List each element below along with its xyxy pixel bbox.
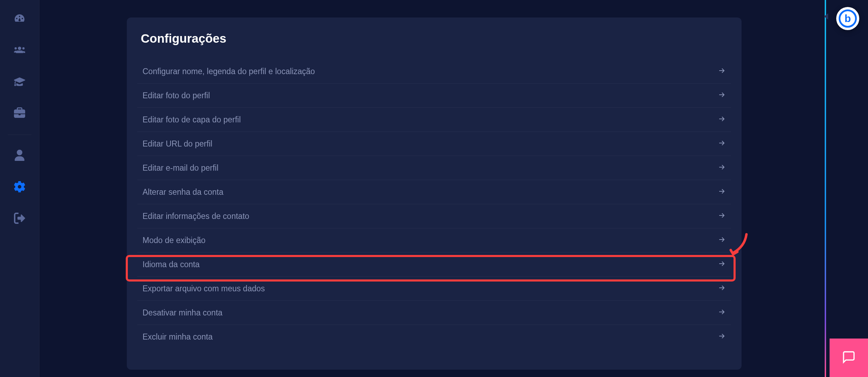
settings-label: Editar foto do perfil [143, 91, 210, 100]
settings-row-contact-info[interactable]: Editar informações de contato [137, 204, 731, 228]
settings-label: Desativar minha conta [143, 308, 223, 318]
sidebar-item-education[interactable] [13, 75, 27, 89]
chat-button[interactable] [830, 339, 868, 377]
settings-label: Excluir minha conta [143, 332, 213, 342]
settings-label: Editar URL do perfil [143, 139, 212, 149]
settings-row-cover-photo[interactable]: Editar foto de capa do perfil [137, 108, 731, 132]
brand-badge-letter: b [839, 9, 857, 28]
arrow-right-icon [717, 66, 726, 76]
settings-row-password[interactable]: Alterar senha da conta [137, 180, 731, 204]
arrow-right-icon [717, 332, 726, 342]
panel-collapse-toggle[interactable] [824, 13, 828, 20]
page-title: Configurações [137, 31, 731, 45]
arrow-right-icon [717, 91, 726, 100]
arrow-right-icon [717, 115, 726, 125]
settings-row-email[interactable]: Editar e-mail do perfil [137, 156, 731, 180]
settings-label: Editar foto de capa do perfil [143, 115, 241, 125]
brand-badge[interactable]: b [836, 7, 859, 30]
sidebar-divider [8, 135, 31, 135]
settings-row-delete[interactable]: Excluir minha conta [137, 325, 731, 349]
sidebar [0, 0, 39, 377]
arrow-right-icon [717, 211, 726, 221]
settings-label: Configurar nome, legenda do perfil e loc… [143, 67, 315, 76]
arrow-right-icon [717, 235, 726, 245]
settings-label: Editar e-mail do perfil [143, 163, 218, 173]
arrow-right-icon [717, 284, 726, 293]
settings-label: Modo de exibição [143, 236, 205, 245]
person-icon [14, 150, 25, 162]
gradient-scroll-indicator [825, 0, 826, 377]
sidebar-item-logout[interactable] [13, 212, 27, 226]
sidebar-item-users[interactable] [13, 44, 27, 58]
settings-label: Alterar senha da conta [143, 187, 223, 197]
arrow-right-icon [717, 163, 726, 173]
settings-label: Editar informações de contato [143, 212, 249, 221]
settings-row-export-data[interactable]: Exportar arquivo com meus dados [137, 277, 731, 301]
gear-icon [14, 181, 25, 194]
app-container: Configurações Configurar nome, legenda d… [0, 0, 868, 377]
settings-row-name-profile[interactable]: Configurar nome, legenda do perfil e loc… [137, 59, 731, 84]
users-icon [14, 44, 25, 57]
sidebar-item-settings[interactable] [13, 180, 27, 194]
settings-row-display-mode[interactable]: Modo de exibição [137, 228, 731, 252]
settings-card: Configurações Configurar nome, legenda d… [127, 17, 742, 370]
briefcase-icon [14, 107, 25, 120]
chat-icon [842, 350, 856, 365]
settings-row-language[interactable]: Idioma da conta [137, 252, 731, 277]
sidebar-item-work[interactable] [13, 107, 27, 121]
sidebar-item-dashboard[interactable] [13, 12, 27, 26]
settings-row-profile-url[interactable]: Editar URL do perfil [137, 132, 731, 156]
settings-row-profile-photo[interactable]: Editar foto do perfil [137, 84, 731, 108]
arrow-right-icon [717, 308, 726, 318]
settings-label: Idioma da conta [143, 260, 200, 269]
sidebar-item-profile[interactable] [13, 149, 27, 163]
settings-label: Exportar arquivo com meus dados [143, 284, 265, 293]
settings-list: Configurar nome, legenda do perfil e loc… [137, 59, 731, 349]
logout-icon [14, 213, 25, 225]
arrow-right-icon [717, 139, 726, 149]
dashboard-icon [14, 13, 25, 26]
arrow-right-icon [717, 187, 726, 197]
settings-row-deactivate[interactable]: Desativar minha conta [137, 301, 731, 325]
main-content: Configurações Configurar nome, legenda d… [39, 0, 868, 377]
graduation-icon [14, 76, 25, 88]
arrow-right-icon [717, 259, 726, 269]
